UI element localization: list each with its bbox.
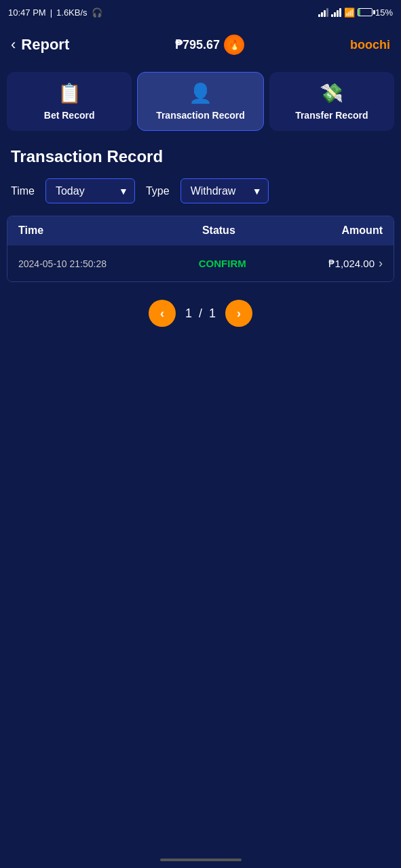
transfer-record-icon: 💸: [320, 82, 343, 104]
back-arrow-icon: ‹: [11, 36, 16, 54]
row-time: 2024-05-10 21:50:28: [18, 258, 167, 269]
headphone-icon: 🎧: [92, 7, 102, 18]
signal-bars-2: [331, 7, 341, 17]
balance-value: ₱795.67: [175, 37, 220, 52]
tab-bet-record-label: Bet Record: [44, 110, 95, 121]
battery-percent: 15%: [375, 7, 393, 18]
battery-icon: [358, 8, 373, 16]
table-header: Time Status Amount: [7, 216, 394, 245]
row-status: CONFIRM: [167, 258, 278, 269]
page-title: Transaction Record: [0, 138, 401, 173]
tab-transaction-record-label: Transaction Record: [156, 110, 245, 121]
filters-row: Time Today Yesterday This Week This Mont…: [0, 173, 401, 209]
bottom-bar: [0, 852, 401, 868]
type-filter-select[interactable]: Withdraw Deposit All: [180, 178, 269, 203]
tab-transfer-record[interactable]: 💸 Transfer Record: [269, 72, 394, 131]
header-title: Report: [21, 36, 69, 54]
status-bar: 10:47 PM | 1.6KB/s 🎧 📶 15%: [0, 0, 401, 24]
type-filter-wrapper: Withdraw Deposit All ▼: [180, 178, 269, 203]
row-amount: ₱1,024.00: [278, 258, 375, 270]
transaction-record-icon: 👤: [189, 82, 212, 104]
header: ‹ Report ₱795.67 🔥 boochi: [0, 24, 401, 65]
time-filter-wrapper: Today Yesterday This Week This Month ▼: [45, 178, 135, 203]
col-header-status: Status: [164, 224, 273, 237]
pagination: ‹ 1 / 1 ›: [0, 289, 401, 338]
tab-transaction-record[interactable]: 👤 Transaction Record: [137, 72, 263, 131]
header-balance: ₱795.67 🔥: [175, 35, 244, 55]
time-filter-select[interactable]: Today Yesterday This Week This Month: [45, 178, 135, 203]
username-label: boochi: [350, 38, 390, 52]
prev-page-button[interactable]: ‹: [149, 300, 176, 327]
tab-bet-record[interactable]: 📋 Bet Record: [7, 72, 132, 131]
type-filter-label: Type: [146, 185, 170, 197]
table-row[interactable]: 2024-05-10 21:50:28 CONFIRM ₱1,024.00 ›: [7, 245, 394, 281]
status-right: 📶 15%: [318, 7, 393, 18]
total-pages: 1: [209, 307, 216, 321]
row-detail-arrow-icon[interactable]: ›: [379, 256, 383, 271]
page-info: 1 / 1: [185, 307, 216, 321]
network-speed: |: [50, 7, 52, 18]
transaction-table: Time Status Amount 2024-05-10 21:50:28 C…: [7, 216, 394, 282]
bet-record-icon: 📋: [58, 82, 81, 104]
col-header-time: Time: [18, 224, 164, 237]
signal-bars-1: [318, 7, 328, 17]
coin-icon[interactable]: 🔥: [224, 35, 244, 55]
tab-bar: 📋 Bet Record 👤 Transaction Record 💸 Tran…: [0, 65, 401, 138]
next-page-button[interactable]: ›: [225, 300, 252, 327]
status-left: 10:47 PM | 1.6KB/s 🎧: [8, 7, 102, 18]
back-button[interactable]: ‹ Report: [11, 36, 69, 54]
time-filter-label: Time: [11, 185, 35, 197]
time-display: 10:47 PM: [8, 7, 46, 18]
page-separator: /: [199, 307, 202, 321]
network-speed-value: 1.6KB/s: [56, 7, 88, 18]
home-indicator: [160, 859, 242, 861]
current-page: 1: [185, 307, 192, 321]
col-header-amount: Amount: [273, 224, 383, 237]
tab-transfer-record-label: Transfer Record: [295, 110, 368, 121]
wifi-icon: 📶: [344, 7, 355, 18]
